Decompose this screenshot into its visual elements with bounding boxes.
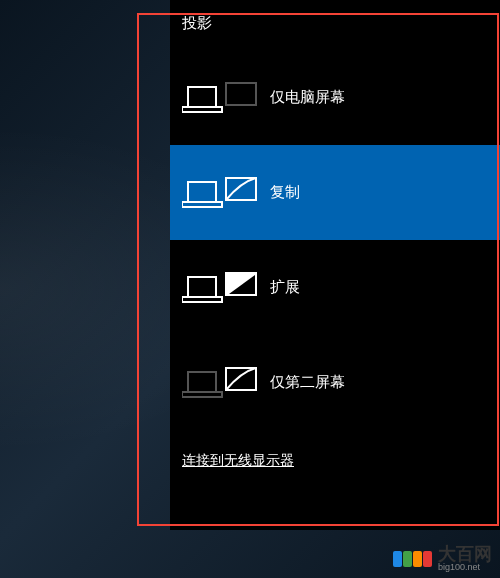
- watermark-logo: [393, 551, 432, 567]
- option-label: 扩展: [270, 278, 300, 297]
- svg-rect-5: [188, 277, 216, 297]
- option-pc-only[interactable]: 仅电脑屏幕: [170, 50, 500, 145]
- panel-title: 投影: [182, 14, 212, 33]
- option-extend[interactable]: 扩展: [170, 240, 500, 335]
- option-label: 复制: [270, 183, 300, 202]
- pc-only-icon: [182, 79, 262, 117]
- second-only-icon: [182, 364, 262, 402]
- svg-rect-2: [226, 83, 256, 105]
- svg-rect-3: [188, 182, 216, 202]
- option-duplicate[interactable]: 复制: [170, 145, 500, 240]
- duplicate-icon: [182, 174, 262, 212]
- svg-marker-8: [182, 392, 222, 397]
- option-label: 仅第二屏幕: [270, 373, 345, 392]
- watermark: 大百网 big100.net: [393, 545, 492, 572]
- option-label: 仅电脑屏幕: [270, 88, 345, 107]
- svg-rect-7: [188, 372, 216, 392]
- option-second-only[interactable]: 仅第二屏幕: [170, 335, 500, 430]
- svg-marker-1: [182, 107, 222, 112]
- svg-marker-6: [182, 297, 222, 302]
- project-options: 仅电脑屏幕 复制: [170, 50, 500, 430]
- project-panel: 投影 仅电脑屏幕 复制: [170, 0, 500, 530]
- connect-wireless-link[interactable]: 连接到无线显示器: [182, 452, 294, 470]
- extend-icon: [182, 269, 262, 307]
- watermark-cn: 大百网: [438, 545, 492, 563]
- svg-marker-4: [182, 202, 222, 207]
- svg-rect-0: [188, 87, 216, 107]
- watermark-en: big100.net: [438, 563, 492, 572]
